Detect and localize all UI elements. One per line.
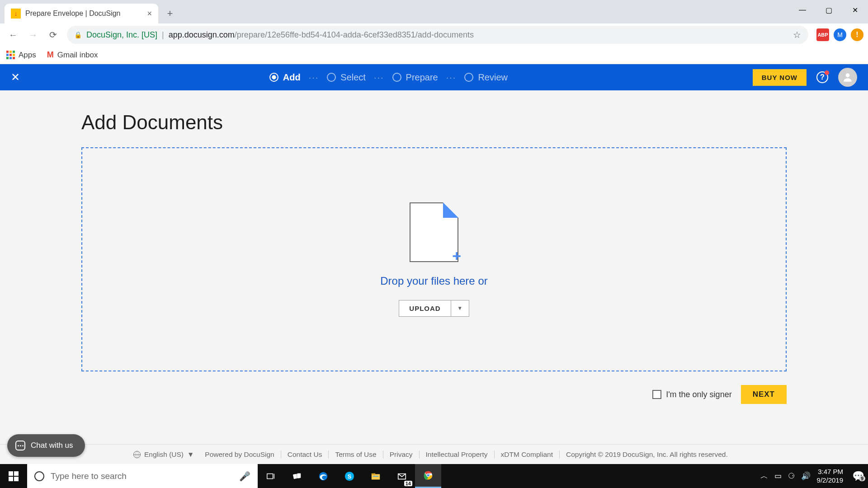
language-label: English (US) [144,450,184,459]
adblock-extension-icon[interactable]: ABP [816,28,829,41]
chat-widget[interactable]: Chat with us [7,434,85,457]
windows-taskbar: Type here to search 🎤 S 14 ︿ ▭ ⚆ 🔊 [0,464,868,488]
bookmark-star-icon[interactable]: ☆ [793,29,801,40]
svg-rect-11 [373,476,379,477]
only-signer-option[interactable]: I'm the only signer [652,390,732,399]
footer-link[interactable]: Powered by DocuSign [205,450,280,459]
docusign-app: ✕ Add ··· Select ··· Prepare ··· Review [0,64,868,464]
chat-label: Chat with us [31,441,73,450]
footer-link[interactable]: xDTM Compliant [494,450,559,459]
battery-icon[interactable]: ▭ [774,471,782,481]
upload-options-dropdown[interactable]: ▼ [451,300,469,317]
extensions-row: ABP M ! [816,28,863,41]
chevron-down-icon: ▼ [187,450,194,459]
new-tab-button[interactable]: + [162,5,178,22]
header-actions: BUY NOW ? [753,68,857,87]
apps-bookmark[interactable]: Apps [6,51,36,60]
step-add[interactable]: Add [269,72,301,83]
next-button[interactable]: NEXT [741,385,787,404]
profile-avatar-icon[interactable] [838,68,857,87]
globe-icon [133,451,141,458]
svg-point-0 [846,73,850,77]
forward-button[interactable]: → [24,26,42,43]
chat-icon [15,441,25,450]
footer-copyright: Copyright © 2019 DocuSign, Inc. All righ… [559,450,734,459]
cortana-icon [34,471,44,481]
url-path: /prepare/12e56ffe-bd54-4104-adda-6cef33e… [235,30,474,39]
taskbar-app-mail[interactable]: 14 [389,464,415,488]
maximize-button[interactable]: ▢ [816,0,842,20]
tray-clock[interactable]: 3:47 PM 9/2/2019 [817,468,843,485]
footer-link[interactable]: Intellectual Property [419,450,494,459]
taskbar-apps: S 14 [258,464,441,488]
back-button[interactable]: ← [5,26,22,43]
footer-link[interactable]: Privacy [383,450,419,459]
taskbar-search[interactable]: Type here to search 🎤 [27,464,258,488]
lock-icon: 🔒 [74,31,82,38]
address-bar: ← → ⟳ 🔒 DocuSign, Inc. [US] | app.docusi… [0,23,868,46]
only-signer-checkbox[interactable] [652,390,661,399]
action-center-icon[interactable]: 💬9 [852,470,864,482]
help-icon[interactable]: ? [816,71,828,83]
volume-icon[interactable]: 🔊 [801,471,811,481]
step-divider-icon: ··· [309,72,319,83]
step-label: Select [340,72,366,83]
svg-point-14 [427,474,429,477]
start-button[interactable] [0,464,27,488]
step-review[interactable]: Review [464,72,508,83]
step-circle-icon [464,73,473,82]
progress-steps: Add ··· Select ··· Prepare ··· Review [24,72,753,83]
step-divider-icon: ··· [374,72,384,83]
tray-date: 9/2/2019 [817,476,843,485]
document-plus-icon: + [410,202,458,262]
minimize-button[interactable]: — [789,0,816,20]
task-view-icon[interactable] [258,464,284,488]
taskbar-app-skype[interactable]: S [336,464,363,488]
footer-link[interactable]: Terms of Use [328,450,382,459]
notification-count-badge: 9 [859,476,865,481]
url-org: DocuSign, Inc. [US] [86,30,157,40]
tray-time: 3:47 PM [817,468,843,476]
svg-rect-1 [267,474,273,479]
buy-now-button[interactable]: BUY NOW [753,69,807,86]
tab-close-icon[interactable]: × [147,9,152,19]
taskbar-app-explorer[interactable] [363,464,389,488]
taskbar-app-cards[interactable] [284,464,310,488]
taskbar-app-chrome[interactable] [415,464,441,488]
step-prepare[interactable]: Prepare [392,72,438,83]
only-signer-label: I'm the only signer [666,390,732,399]
close-envelope-button[interactable]: ✕ [11,71,24,84]
language-selector[interactable]: English (US) ▼ [133,450,194,459]
browser-tab[interactable]: ↓ Prepare Envelope | DocuSign × [5,4,158,23]
step-label: Review [478,72,508,83]
search-placeholder: Type here to search [51,471,233,481]
upload-button-group: UPLOAD ▼ [399,300,469,317]
tab-favicon: ↓ [11,9,21,19]
chrome-warning-icon[interactable]: ! [851,28,863,41]
gmail-bookmark[interactable]: M Gmail inbox [47,50,98,60]
step-circle-icon [327,73,336,82]
step-select[interactable]: Select [327,72,366,83]
tray-chevron-up-icon[interactable]: ︿ [760,471,768,481]
step-label: Prepare [406,72,438,83]
gmail-icon: M [47,50,54,60]
url-input[interactable]: 🔒 DocuSign, Inc. [US] | app.docusign.com… [67,26,808,44]
reload-button[interactable]: ⟳ [44,26,61,43]
wifi-icon[interactable]: ⚆ [788,471,795,481]
svg-rect-5 [297,473,301,478]
upload-button[interactable]: UPLOAD [399,300,451,317]
windows-logo-icon [9,471,19,481]
chrome-profile-icon[interactable]: M [834,28,846,41]
footer-link[interactable]: Contact Us [281,450,329,459]
taskbar-app-edge[interactable] [310,464,336,488]
gmail-label: Gmail inbox [57,51,98,60]
file-dropzone[interactable]: + Drop your files here or UPLOAD ▼ [81,147,787,371]
microphone-icon[interactable]: 🎤 [239,471,250,482]
step-label: Add [283,72,301,83]
notification-dot-icon [825,70,829,75]
step-circle-icon [269,73,278,82]
close-window-button[interactable]: ✕ [842,0,868,20]
app-header: ✕ Add ··· Select ··· Prepare ··· Review [0,64,868,90]
action-row: I'm the only signer NEXT [81,385,787,404]
mail-count-badge: 14 [404,481,412,486]
